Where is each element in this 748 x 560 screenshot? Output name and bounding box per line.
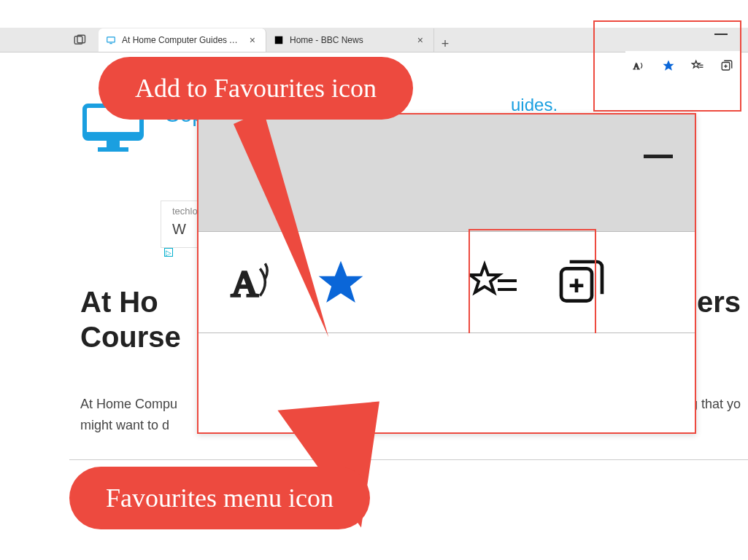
callout-add-favourite: Add to Favourites icon bbox=[99, 57, 413, 120]
favourites-menu-icon[interactable] bbox=[691, 59, 704, 72]
new-tab-button[interactable]: + bbox=[434, 36, 456, 52]
body-paragraph: At Home Compu might want to d bbox=[80, 394, 177, 436]
svg-rect-16 bbox=[98, 147, 128, 152]
svg-marker-6 bbox=[663, 61, 674, 71]
callout-text: Favourites menu icon bbox=[106, 483, 333, 513]
body-paragraph-right: g that yo bbox=[690, 394, 741, 415]
tab-at-home-computer[interactable]: At Home Computer Guides And × bbox=[99, 28, 266, 52]
close-icon[interactable]: × bbox=[415, 34, 426, 46]
add-favourite-icon[interactable] bbox=[662, 59, 675, 72]
heading-line2: Course bbox=[80, 321, 181, 353]
read-aloud-icon[interactable]: A bbox=[633, 59, 646, 72]
site-icon bbox=[106, 35, 116, 45]
callout-favourites-menu: Favourites menu icon bbox=[69, 467, 370, 529]
minimize-icon[interactable] bbox=[644, 155, 673, 158]
tab-title: Home - BBC News bbox=[290, 35, 409, 45]
divider bbox=[69, 459, 748, 460]
svg-marker-19 bbox=[470, 265, 499, 292]
read-aloud-icon[interactable]: A bbox=[228, 257, 279, 308]
heading-line1: At Ho bbox=[80, 286, 158, 318]
site-icon bbox=[274, 35, 284, 45]
svg-text:A: A bbox=[633, 61, 640, 71]
plus-icon: + bbox=[442, 36, 450, 52]
callout-text: Add to Favourites icon bbox=[135, 74, 377, 103]
collections-icon[interactable] bbox=[720, 59, 733, 72]
zoom-toolbar: A bbox=[198, 231, 695, 333]
tab-actions-icon[interactable] bbox=[73, 34, 86, 47]
page-heading: At Ho Course bbox=[80, 284, 181, 354]
svg-rect-4 bbox=[275, 36, 283, 44]
close-icon[interactable]: × bbox=[247, 34, 258, 46]
favourites-menu-icon[interactable] bbox=[469, 257, 520, 308]
body-line1: At Home Compu bbox=[80, 397, 177, 411]
tab-bbc-news[interactable]: Home - BBC News × bbox=[266, 28, 434, 52]
window-top-spacer bbox=[0, 0, 748, 28]
collections-icon[interactable] bbox=[556, 257, 607, 308]
svg-marker-7 bbox=[693, 61, 701, 68]
svg-rect-14 bbox=[85, 132, 142, 139]
svg-rect-2 bbox=[107, 37, 115, 42]
tab-title: At Home Computer Guides And bbox=[122, 35, 241, 45]
tab-strip: At Home Computer Guides And × Home - BBC… bbox=[0, 28, 748, 52]
minimize-button[interactable] bbox=[714, 34, 728, 35]
zoom-content-area bbox=[198, 333, 695, 432]
svg-rect-15 bbox=[107, 141, 120, 147]
svg-text:A: A bbox=[231, 262, 258, 304]
body-line2: might want to d bbox=[80, 418, 169, 432]
adchoices-icon[interactable]: ▷ bbox=[164, 248, 173, 257]
toolbar-right: A bbox=[625, 51, 741, 80]
nav-guides[interactable]: uides. bbox=[511, 95, 558, 115]
